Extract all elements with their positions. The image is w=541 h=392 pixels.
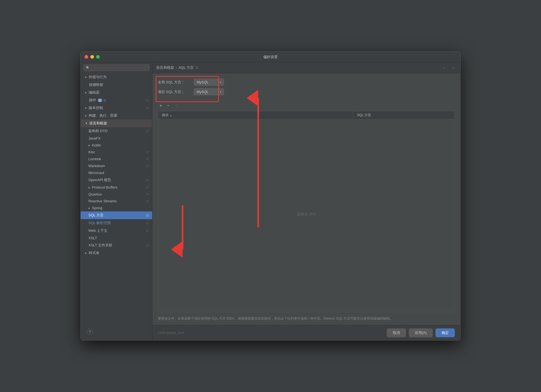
sidebar-item-sql-parse[interactable]: SQL 解析范围 ⊡ [81,219,152,227]
sql-dialect-icon: ⊡ [146,214,149,217]
search-box[interactable]: 🔍 [83,64,149,71]
sidebar-item-stylesheets[interactable]: ▶ 样式表 [81,249,152,257]
sidebar-item-label: Reactive Streams [88,199,117,203]
sidebar-item-lang[interactable]: ▼ 语言和框架 [81,119,152,127]
sidebar-item-label: XSLT 文件关联 [88,243,112,248]
markdown-icon: ⊡ [146,164,149,168]
settings-icon: ⊡ [146,99,149,102]
apply-button[interactable]: 应用(A) [409,328,433,337]
sidebar-item-micronaut[interactable]: Micronaut [81,169,152,176]
sidebar-item-web-context[interactable]: Web 上下文 ⊡ [81,227,152,235]
minimize-button[interactable] [90,55,94,59]
sidebar-item-label: 语言和框架 [89,121,107,126]
breadcrumb: 语言和框架 › SQL 方言 ⊡ [156,65,198,70]
table-body: 新映射 ⌘N [158,119,455,309]
sidebar-item-vcs[interactable]: ▶ 版本控制 ⊡ [81,104,152,112]
forward-button[interactable]: → [450,65,456,71]
sidebar-item-label: Markdown [88,164,105,168]
sidebar-item-openapi[interactable]: OpenAPI 规范 ⊡ [81,176,152,184]
breadcrumb-separator: › [176,66,177,70]
sidebar-item-spring[interactable]: ▶ Spring [81,205,152,211]
sidebar-item-appearance[interactable]: ▶ 外观与行为 [81,73,152,81]
translate-icon: 文 [103,98,106,102]
sidebar-item-xslt-file[interactable]: XSLT 文件关联 ⊡ [81,241,152,249]
window-controls[interactable] [85,55,100,59]
col-dialect-label: SQL 方言 [357,113,371,118]
global-sql-select-wrapper: MySQL [194,79,224,86]
project-sql-select[interactable]: MySQL [194,88,224,95]
breadcrumb-icon: ⊡ [196,66,198,69]
project-sql-select-wrapper: MySQL [194,88,224,95]
search-input[interactable] [91,66,147,70]
add-button[interactable]: + [158,103,164,109]
sidebar-item-lombok[interactable]: Lombok ⊡ [81,156,152,162]
quarkus-icon: ⊡ [146,192,149,196]
dialect-table: 路径 ▲ SQL 方言 新映射 ⌘N [158,111,455,310]
global-sql-select[interactable]: MySQL [194,79,224,86]
watermark: CSDN @Week_2019 [158,331,184,334]
sidebar-item-label: SQL 解析范围 [88,220,111,225]
content-area: 全局 SQL 方言： MySQL 项目 SQL 方言： [152,73,460,325]
back-button[interactable]: ← [441,65,448,71]
col-path-label: 路径 [162,113,169,118]
sidebar-item-label: 外观与行为 [89,75,107,80]
sidebar-item-label: 样式表 [89,251,99,255]
edit-button[interactable]: ✏ [173,102,180,109]
sidebar-item-label: 编辑器 [89,90,99,95]
remove-button[interactable]: − [165,103,171,109]
sidebar: 🔍 ▶ 外观与行为 按键映射 ▶ 编辑器 插件 1 文 ⊡ ▶ [81,62,152,340]
sidebar-item-sql-dialect[interactable]: SQL 方言 ⊡ [81,211,152,219]
global-sql-label: 全局 SQL 方言： [158,80,191,85]
breadcrumb-current: SQL 方言 [178,65,194,70]
sidebar-item-label: Protocol Buffers [92,185,117,189]
sidebar-item-label: Lombok [88,157,101,161]
sidebar-item-keymap[interactable]: 按键映射 [81,81,152,89]
close-button[interactable] [85,55,88,59]
schema-icon: ⊡ [146,129,149,133]
chevron-down-icon: ▼ [85,122,88,125]
ktor-icon: ⊡ [146,150,149,154]
sidebar-item-label: 按键映射 [85,82,103,87]
project-dialect-row: 项目 SQL 方言： MySQL [158,88,455,95]
vcs-icon: ⊡ [146,106,149,110]
sidebar-item-ktor[interactable]: Ktor ⊡ [81,149,152,156]
col-path: 路径 ▲ [158,111,353,119]
sidebar-item-xslt[interactable]: XSLT [81,235,152,241]
cancel-button[interactable]: 取消 [387,328,406,337]
sidebar-item-markdown[interactable]: Markdown ⊡ [81,162,152,169]
sidebar-item-label: Web 上下文 [88,228,107,233]
col-dialect: SQL 方言 [353,111,455,119]
dialect-settings: 全局 SQL 方言： MySQL 项目 SQL 方言： [158,79,455,98]
sidebar-item-plugins[interactable]: 插件 1 文 ⊡ [81,96,152,104]
chevron-right-icon: ▶ [88,144,90,147]
openapi-icon: ⊡ [146,178,149,182]
chevron-right-icon: ▶ [88,186,90,189]
sidebar-item-label: 构建、执行、部署 [89,113,117,118]
table-header: 路径 ▲ SQL 方言 [158,111,455,119]
sidebar-item-label: Spring [92,206,102,210]
sidebar-item-javafx[interactable]: JavaFX [81,135,152,142]
sidebar-item-label: Kotlin [92,143,101,147]
sidebar-item-label: OpenAPI 规范 [88,178,111,183]
sidebar-item-editor[interactable]: ▶ 编辑器 [81,89,152,96]
maximize-button[interactable] [96,55,100,59]
xslt-file-icon: ⊡ [146,244,149,247]
sidebar-item-protocol-buffers[interactable]: ▶ Protocol Buffers ⊡ [81,184,152,191]
sidebar-item-quarkus[interactable]: Quarkus ⊡ [81,191,152,198]
sidebar-item-label: JavaFX [88,136,101,140]
sidebar-item-label: Micronaut [88,171,104,175]
sidebar-item-label: Ktor [88,150,95,154]
title-bar: 偏好设置 [81,52,460,62]
sidebar-item-label: 架构和 DTD [88,129,107,134]
sidebar-item-kotlin[interactable]: ▶ Kotlin [81,142,152,149]
sidebar-item-reactive-streams[interactable]: Reactive Streams ⊡ [81,198,152,205]
ok-button[interactable]: 确定 [435,328,455,337]
bottom-bar: CSDN @Week_2019 取消 应用(A) 确定 [152,325,460,340]
help-button[interactable]: ? [87,329,93,335]
chevron-right-icon: ▶ [85,76,87,78]
toolbar: + − ✏ [158,102,455,109]
sidebar-item-schema-dtd[interactable]: 架构和 DTD ⊡ [81,127,152,135]
chevron-right-icon: ▶ [85,114,87,117]
sidebar-item-build[interactable]: ▶ 构建、执行、部署 [81,112,152,119]
content-header: 语言和框架 › SQL 方言 ⊡ ← → [152,62,460,73]
